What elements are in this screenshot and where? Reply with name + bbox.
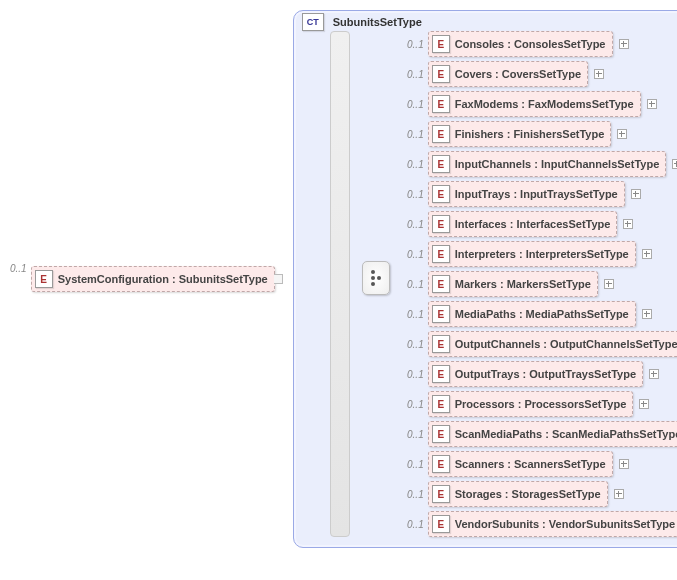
child-cardinality: 0..1 xyxy=(402,39,424,50)
child-element-label: Interfaces : InterfacesSetType xyxy=(455,218,611,230)
child-cardinality: 0..1 xyxy=(402,339,424,350)
expand-icon[interactable] xyxy=(639,399,649,409)
child-element-label: Interpreters : InterpretersSetType xyxy=(455,248,629,260)
child-element-row: 0..1EMarkers : MarkersSetType xyxy=(402,271,677,297)
expand-icon[interactable] xyxy=(649,369,659,379)
expand-icon[interactable] xyxy=(647,99,657,109)
element-badge: E xyxy=(432,305,450,323)
child-cardinality: 0..1 xyxy=(402,249,424,260)
child-cardinality: 0..1 xyxy=(402,489,424,500)
child-element-label: ScanMediaPaths : ScanMediaPathsSetType xyxy=(455,428,677,440)
child-element-label: MediaPaths : MediaPathsSetType xyxy=(455,308,629,320)
element-badge: E xyxy=(432,335,450,353)
child-element-node[interactable]: EInputTrays : InputTraysSetType xyxy=(428,181,625,207)
child-element-row: 0..1EVendorSubunits : VendorSubunitsSetT… xyxy=(402,511,677,537)
expand-icon[interactable] xyxy=(614,489,624,499)
root-element-label: SystemConfiguration : SubunitsSetType xyxy=(58,273,268,285)
child-element-node[interactable]: EMediaPaths : MediaPathsSetType xyxy=(428,301,636,327)
child-element-node[interactable]: EOutputTrays : OutputTraysSetType xyxy=(428,361,643,387)
child-cardinality: 0..1 xyxy=(402,189,424,200)
child-cardinality: 0..1 xyxy=(402,99,424,110)
expand-icon[interactable] xyxy=(631,189,641,199)
complex-type-box: CT SubunitsSetType 0..1EConsoles : Conso… xyxy=(293,10,677,548)
child-element-label: OutputTrays : OutputTraysSetType xyxy=(455,368,636,380)
expand-icon[interactable] xyxy=(604,279,614,289)
child-element-node[interactable]: EVendorSubunits : VendorSubunitsSetType xyxy=(428,511,677,537)
expand-icon[interactable] xyxy=(642,249,652,259)
child-element-row: 0..1EInputChannels : InputChannelsSetTyp… xyxy=(402,151,677,177)
child-element-node[interactable]: EProcessors : ProcessorsSetType xyxy=(428,391,634,417)
child-element-node[interactable]: EInterfaces : InterfacesSetType xyxy=(428,211,618,237)
child-element-label: OutputChannels : OutputChannelsSetType xyxy=(455,338,677,350)
child-element-row: 0..1EMediaPaths : MediaPathsSetType xyxy=(402,301,677,327)
child-element-node[interactable]: EScanMediaPaths : ScanMediaPathsSetType xyxy=(428,421,677,447)
child-element-node[interactable]: EInterpreters : InterpretersSetType xyxy=(428,241,636,267)
child-cardinality: 0..1 xyxy=(402,69,424,80)
child-element-row: 0..1EOutputTrays : OutputTraysSetType xyxy=(402,361,677,387)
child-element-row: 0..1EFinishers : FinishersSetType xyxy=(402,121,677,147)
sequence-compositor-icon[interactable] xyxy=(362,261,390,295)
element-badge: E xyxy=(432,125,450,143)
child-element-node[interactable]: EFinishers : FinishersSetType xyxy=(428,121,612,147)
child-element-row: 0..1EStorages : StoragesSetType xyxy=(402,481,677,507)
child-element-node[interactable]: EConsoles : ConsolesSetType xyxy=(428,31,613,57)
child-element-label: VendorSubunits : VendorSubunitsSetType xyxy=(455,518,675,530)
child-cardinality: 0..1 xyxy=(402,279,424,290)
element-badge: E xyxy=(432,275,450,293)
child-element-node[interactable]: EOutputChannels : OutputChannelsSetType xyxy=(428,331,677,357)
element-badge: E xyxy=(432,395,450,413)
element-badge: E xyxy=(432,245,450,263)
expand-icon[interactable] xyxy=(672,159,677,169)
child-element-row: 0..1EInterfaces : InterfacesSetType xyxy=(402,211,677,237)
element-badge: E xyxy=(432,215,450,233)
child-element-label: Scanners : ScannersSetType xyxy=(455,458,606,470)
element-badge: E xyxy=(432,95,450,113)
child-element-row: 0..1EScanMediaPaths : ScanMediaPathsSetT… xyxy=(402,421,677,447)
child-element-node[interactable]: EMarkers : MarkersSetType xyxy=(428,271,598,297)
root-element-node[interactable]: E SystemConfiguration : SubunitsSetType xyxy=(31,266,275,292)
child-cardinality: 0..1 xyxy=(402,429,424,440)
child-cardinality: 0..1 xyxy=(402,459,424,470)
expand-icon[interactable] xyxy=(617,129,627,139)
child-element-label: FaxModems : FaxModemsSetType xyxy=(455,98,634,110)
element-badge: E xyxy=(432,185,450,203)
child-elements-list: 0..1EConsoles : ConsolesSetType0..1ECove… xyxy=(402,31,677,537)
root-element-column: 0..1 E SystemConfiguration : SubunitsSet… xyxy=(10,263,283,296)
element-badge: E xyxy=(432,455,450,473)
child-element-node[interactable]: EInputChannels : InputChannelsSetType xyxy=(428,151,667,177)
child-cardinality: 0..1 xyxy=(402,519,424,530)
child-element-label: Consoles : ConsolesSetType xyxy=(455,38,606,50)
child-element-node[interactable]: EScanners : ScannersSetType xyxy=(428,451,613,477)
child-element-label: Covers : CoversSetType xyxy=(455,68,581,80)
child-cardinality: 0..1 xyxy=(402,219,424,230)
xsd-diagram: 0..1 E SystemConfiguration : SubunitsSet… xyxy=(10,10,667,548)
child-element-row: 0..1EScanners : ScannersSetType xyxy=(402,451,677,477)
child-element-node[interactable]: ECovers : CoversSetType xyxy=(428,61,588,87)
child-element-row: 0..1EOutputChannels : OutputChannelsSetT… xyxy=(402,331,677,357)
child-element-row: 0..1EInterpreters : InterpretersSetType xyxy=(402,241,677,267)
element-badge: E xyxy=(432,65,450,83)
expand-icon[interactable] xyxy=(642,309,652,319)
child-element-label: Storages : StoragesSetType xyxy=(455,488,601,500)
expand-icon[interactable] xyxy=(623,219,633,229)
element-badge: E xyxy=(432,485,450,503)
element-badge: E xyxy=(432,425,450,443)
child-element-row: 0..1EConsoles : ConsolesSetType xyxy=(402,31,677,57)
child-element-label: Processors : ProcessorsSetType xyxy=(455,398,627,410)
compositor-spine xyxy=(330,31,350,537)
child-element-row: 0..1ECovers : CoversSetType xyxy=(402,61,677,87)
child-element-label: Finishers : FinishersSetType xyxy=(455,128,605,140)
complex-type-header: CT SubunitsSetType xyxy=(302,13,422,31)
child-cardinality: 0..1 xyxy=(402,129,424,140)
expand-icon[interactable] xyxy=(594,69,604,79)
child-element-node[interactable]: EFaxModems : FaxModemsSetType xyxy=(428,91,641,117)
child-element-node[interactable]: EStorages : StoragesSetType xyxy=(428,481,608,507)
child-element-row: 0..1EFaxModems : FaxModemsSetType xyxy=(402,91,677,117)
expand-icon[interactable] xyxy=(619,459,629,469)
child-cardinality: 0..1 xyxy=(402,399,424,410)
child-element-label: InputChannels : InputChannelsSetType xyxy=(455,158,660,170)
expand-icon[interactable] xyxy=(619,39,629,49)
child-cardinality: 0..1 xyxy=(402,309,424,320)
complex-type-badge: CT xyxy=(302,13,324,31)
element-badge: E xyxy=(432,365,450,383)
